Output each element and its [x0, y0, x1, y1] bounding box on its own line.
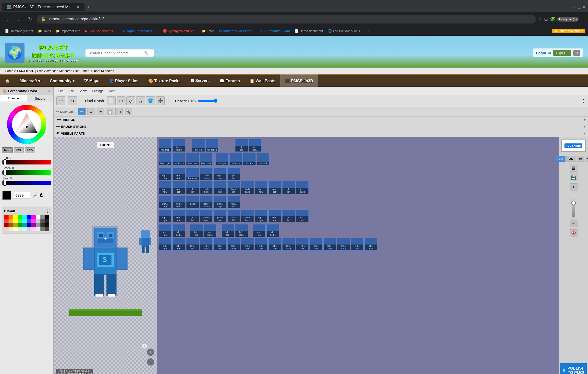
green-thumb[interactable]: [3, 170, 6, 175]
profile-button[interactable]: Incognito (4): [557, 17, 579, 22]
palette-color-swatch[interactable]: [40, 215, 45, 219]
palette-color-swatch[interactable]: [4, 219, 9, 223]
bookmark-important-info[interactable]: 📁 Important Info: [54, 29, 82, 33]
palette-color-swatch[interactable]: [13, 215, 18, 219]
skin-cell[interactable]: left...bott...: [235, 224, 248, 237]
skin-cell[interactable]: left...left: [186, 238, 199, 251]
skin-cell[interactable]: body top: [186, 167, 199, 180]
palette-color-swatch[interactable]: [40, 223, 45, 227]
skin-cell[interactable]: righ...right: [159, 210, 172, 222]
skin-cell[interactable]: left...top: [159, 224, 172, 237]
skin-cell[interactable]: bodyfront: [214, 181, 226, 194]
palette-color-swatch[interactable]: [45, 219, 49, 223]
palette-color-swatch[interactable]: [9, 227, 13, 231]
skin-cell[interactable]: head front: [172, 153, 185, 165]
tab-close-button[interactable]: ✕: [77, 5, 80, 9]
skin-cell[interactable]: left...back: [365, 238, 377, 251]
skin-cell[interactable]: hat top: [192, 139, 205, 152]
bookmark-demo[interactable]: 📄 Demo document: [293, 29, 325, 33]
forward-button[interactable]: ›: [14, 15, 23, 23]
pan-handle[interactable]: [142, 344, 147, 349]
skin-cell[interactable]: left...right: [214, 238, 226, 251]
palette-color-swatch[interactable]: [45, 223, 49, 227]
reset-view-button[interactable]: 🎯: [570, 229, 577, 237]
palette-color-swatch[interactable]: [31, 227, 36, 231]
skin-cell[interactable]: righ...front: [172, 210, 185, 222]
active-tab[interactable]: 🎮 PMCSkin3D | Free Advanced Min... ✕: [2, 3, 85, 11]
copy-tool-button[interactable]: 📋: [106, 108, 113, 115]
palette-color-swatch[interactable]: [13, 223, 18, 227]
character-preview[interactable]: S: [56, 199, 154, 326]
skin-cell[interactable]: righ...bott...: [249, 139, 262, 152]
skin-cell[interactable]: left...left: [351, 238, 364, 251]
mirror-panel[interactable]: ⟺ MIRROR ▾: [54, 117, 588, 123]
skin-cell[interactable]: righ...left: [282, 210, 295, 222]
tab-triangle[interactable]: Triangle: [0, 95, 27, 102]
skin-cell[interactable]: left...bott...: [172, 224, 185, 237]
skin-cell[interactable]: left...back: [200, 238, 213, 251]
bookmark-synonyms[interactable]: 🔴 Synonyms and Ant...: [161, 29, 199, 33]
skin-cell[interactable]: head back: [200, 153, 213, 165]
skin-cell[interactable]: righ...right: [255, 210, 268, 222]
palette-color-swatch[interactable]: [45, 227, 49, 231]
skin-cell[interactable]: left...top: [221, 224, 234, 237]
skin-cell[interactable]: hat bottom: [206, 139, 219, 152]
skin-cell[interactable]: left...left: [296, 238, 309, 251]
nav-pmcskin3d[interactable]: ⬛ PMCSkin3D: [280, 74, 318, 87]
settings-button[interactable]: ⚙: [573, 50, 580, 56]
skin-cell[interactable]: jackettop: [186, 196, 199, 209]
nav-texture-packs[interactable]: 🎨 Texture Packs: [143, 74, 185, 87]
eyedropper-button[interactable]: 💉: [32, 193, 38, 198]
skin-cell[interactable]: righ...left: [186, 181, 199, 194]
brush-triangle-button[interactable]: △: [136, 96, 145, 105]
skin-cell[interactable]: left...bott...: [204, 224, 217, 237]
nav-servers[interactable]: 🖥 Servers: [185, 74, 215, 87]
skin-cell[interactable]: jacketback: [241, 210, 254, 222]
red-track[interactable]: [2, 160, 51, 164]
skin-cell[interactable]: hat left: [243, 153, 256, 165]
skin-cell[interactable]: jacketfront: [214, 210, 226, 222]
skin-cell[interactable]: righ...left: [186, 210, 199, 222]
menu-button[interactable]: ⋮: [581, 16, 585, 22]
palette-color-swatch[interactable]: [18, 223, 22, 227]
grid-view-button[interactable]: ▦: [577, 156, 584, 162]
palette-color-swatch[interactable]: [27, 215, 31, 219]
view-3d-button[interactable]: 3D: [556, 156, 565, 162]
back-button[interactable]: ‹: [3, 15, 12, 23]
palette-color-swatch[interactable]: [4, 227, 9, 231]
bookmark-topic[interactable]: W Topic: interested in...: [121, 29, 160, 33]
skin-cell[interactable]: jacketbottom: [200, 196, 213, 209]
palette-color-swatch[interactable]: [36, 223, 40, 227]
zoom-plus-button[interactable]: +: [570, 183, 577, 191]
skin-cell[interactable]: hat right: [216, 153, 228, 165]
redo-button[interactable]: ↪: [68, 96, 77, 105]
menu-view[interactable]: View: [78, 88, 88, 94]
mode-hsl[interactable]: HSL: [14, 147, 24, 153]
eraser-tool-button[interactable]: ◻: [115, 108, 123, 115]
skin-cell[interactable]: left...back: [310, 238, 322, 251]
search-box[interactable]: 🔍: [85, 49, 154, 57]
nav-maps[interactable]: 🗺 Maps: [79, 74, 104, 87]
nav-community[interactable]: Community ▾: [45, 74, 79, 87]
extensions-icon[interactable]: 🧩: [550, 16, 555, 22]
palette-color-swatch[interactable]: [36, 219, 40, 223]
palette-color-swatch[interactable]: [27, 219, 31, 223]
brush-stroke-panel[interactable]: 〰 BRUSH STROKE ▾: [54, 123, 588, 130]
close-window-button[interactable]: ✕: [582, 4, 586, 10]
color-panel-close[interactable]: ✕: [48, 89, 51, 93]
skin-cell[interactable]: left...left: [241, 238, 254, 251]
palette-color-swatch[interactable]: [22, 223, 27, 227]
sample-tool-button[interactable]: 🔦: [125, 108, 132, 115]
brush-square-button[interactable]: ⬜: [107, 96, 116, 105]
skin-cell[interactable]: righ...top: [214, 196, 226, 209]
menu-settings[interactable]: Settings: [90, 88, 105, 94]
tab-search-icon[interactable]: ⊟: [544, 16, 548, 22]
palette-color-swatch[interactable]: [18, 227, 22, 231]
skin-cell[interactable]: righ...bott...: [227, 167, 240, 180]
green-track[interactable]: [2, 170, 51, 175]
zoom-minus-button[interactable]: −: [570, 220, 577, 227]
palette-color-swatch[interactable]: [22, 227, 27, 231]
bookmark-later[interactable]: 📁 Later: [200, 29, 216, 33]
skin-cell[interactable]: left...right: [323, 238, 336, 251]
zoom-in-button[interactable]: +: [147, 349, 154, 356]
